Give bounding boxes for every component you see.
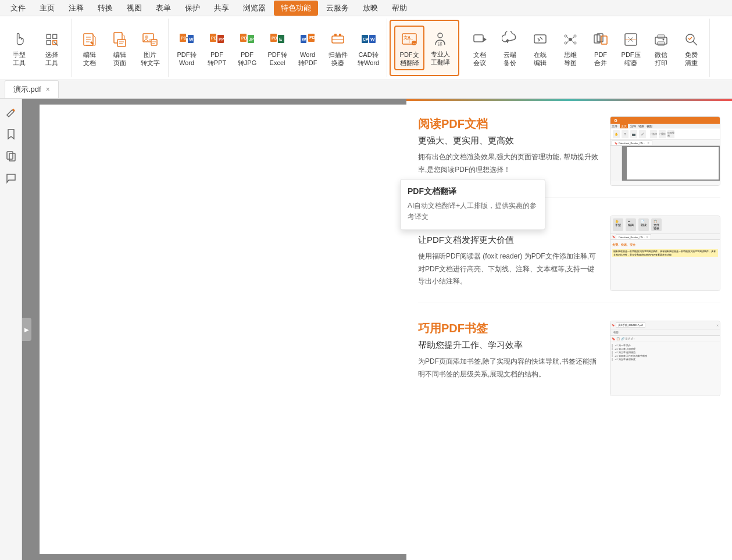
pdf-translate-button[interactable]: 文A ↔ PDF文档翻译 xyxy=(394,26,424,70)
svg-rect-44 xyxy=(534,35,546,43)
edit-doc-label: 编辑文档 xyxy=(83,51,96,66)
pdf-to-jpg-label: PDF转JPG xyxy=(238,51,256,66)
ribbon: 手型工具 选择工具 xyxy=(0,16,732,80)
menu-feature[interactable]: 特色功能 xyxy=(274,1,318,16)
pdf-to-jpg-button[interactable]: PDF JPG PDF转JPG xyxy=(233,26,262,69)
pdf-to-word-button[interactable]: PDF W PDF转Word xyxy=(172,26,201,69)
menu-share[interactable]: 共享 xyxy=(208,1,235,16)
pdf-merge-button[interactable]: PDF合并 xyxy=(586,26,615,69)
svg-rect-32 xyxy=(339,34,341,36)
cloud-icon xyxy=(499,29,520,50)
svg-point-49 xyxy=(574,42,576,44)
left-sidebar xyxy=(0,99,22,560)
img-text-icon xyxy=(140,29,160,50)
section-read-body: 拥有出色的文档渲染效果,强大的页面管理功能, 帮助提升效率,是您阅读PDF的理想… xyxy=(418,151,598,176)
pdf-tab[interactable]: 演示.pdf × xyxy=(5,80,59,98)
svg-rect-43 xyxy=(474,35,483,42)
pages-sidebar-icon[interactable] xyxy=(2,148,20,165)
pdf-to-excel-label: PDF转Excel xyxy=(268,51,287,66)
scan-label: 扫描件换器 xyxy=(328,51,348,66)
section-annotate-image: ✋手型 ✏编辑 📄朗读 📋文件转换 🔖 Datasheet_Reader_CN.… xyxy=(610,216,720,291)
collapse-arrow[interactable]: ▶ xyxy=(22,318,31,341)
svg-point-46 xyxy=(565,35,567,37)
hand-tool-button[interactable]: 手型工具 xyxy=(3,26,35,69)
human-translate-button[interactable]: 译 专业人工翻译 xyxy=(426,26,455,69)
online-edit-button[interactable]: 在线编辑 xyxy=(526,26,555,69)
menu-present[interactable]: 放映 xyxy=(357,1,384,16)
edit-doc-icon xyxy=(79,29,100,50)
section-read-image: G 文件 主页 注释 转换 视图 ✋ T xyxy=(610,116,720,186)
mind-map-button[interactable]: 思维导图 xyxy=(556,26,585,69)
word-to-pdf-button[interactable]: W PDF Word转PDF xyxy=(293,26,322,69)
select-icon xyxy=(41,29,62,50)
wechat-print-button[interactable]: 微信打印 xyxy=(647,26,676,69)
menu-form[interactable]: 表单 xyxy=(150,1,177,16)
svg-rect-56 xyxy=(658,42,665,45)
svg-point-45 xyxy=(569,38,572,41)
menu-bar: 文件 主页 注释 转换 视图 表单 保护 共享 浏览器 特色功能 云服务 放映 … xyxy=(0,0,732,16)
pdf-compress-button[interactable]: PDF压缩器 xyxy=(616,26,645,69)
svg-point-48 xyxy=(565,42,567,44)
pdf-jpg-icon: PDF JPG xyxy=(237,29,258,50)
edit-page-label: 编辑页面 xyxy=(113,51,126,66)
hand-icon xyxy=(9,29,30,50)
pdf-to-excel-button[interactable]: PDF E PDF转Excel xyxy=(263,26,292,69)
svg-point-57 xyxy=(663,39,665,41)
online-edit-label: 在线编辑 xyxy=(534,51,547,66)
svg-point-41 xyxy=(438,33,442,38)
free-check-icon xyxy=(681,29,702,50)
pdf-to-ppt-button[interactable]: PDF PPT PDF转PPT xyxy=(202,26,231,69)
pdf-area: ▶ 阅读PDF文档 更强大、更实用、更高效 拥有出色的文档渲染效果,强大的页面管… xyxy=(22,99,732,560)
section-read-title: 阅读PDF文档 xyxy=(418,116,598,132)
pdf-merge-icon xyxy=(590,29,611,50)
edit-page-icon xyxy=(109,29,130,50)
menu-protect[interactable]: 保护 xyxy=(179,1,206,16)
menu-cloud[interactable]: 云服务 xyxy=(320,1,355,16)
pdf-translate-icon: 文A ↔ xyxy=(399,29,420,50)
pdf-merge-label: PDF合并 xyxy=(594,51,607,66)
pdf-translate-label: PDF文档翻译 xyxy=(400,51,419,66)
img-to-text-button[interactable]: 图片转文字 xyxy=(135,26,165,69)
svg-rect-52 xyxy=(601,36,607,44)
ribbon-group-tools: 文档会议 云端备份 在 xyxy=(462,19,710,77)
edit-page-button[interactable]: 编辑页面 xyxy=(105,26,134,69)
cloud-backup-label: 云端备份 xyxy=(504,51,516,66)
menu-home[interactable]: 主页 xyxy=(34,1,60,16)
cad-icon: CAD W xyxy=(358,29,379,50)
meeting-icon xyxy=(469,29,490,50)
pdf-excel-icon: PDF E xyxy=(267,29,288,50)
section-annotate-body: 使用福昕PDF阅读器 (foxit reader) 为PDF文件添加注释,可对P… xyxy=(418,250,598,288)
svg-point-47 xyxy=(574,35,576,37)
section-read-text: 阅读PDF文档 更强大、更实用、更高效 拥有出色的文档渲染效果,强大的页面管理功… xyxy=(418,116,598,176)
menu-file[interactable]: 文件 xyxy=(5,1,31,16)
select-tool-button[interactable]: 选择工具 xyxy=(36,26,67,69)
ribbon-group-special: 文A ↔ PDF文档翻译 译 专业人工翻译 xyxy=(390,20,459,76)
tab-strip: 演示.pdf × xyxy=(0,80,732,99)
wechat-print-label: 微信打印 xyxy=(655,51,667,66)
edit-doc-button[interactable]: 编辑文档 xyxy=(75,26,104,69)
menu-view[interactable]: 视图 xyxy=(121,1,148,16)
compress-icon xyxy=(620,29,641,50)
svg-text:W: W xyxy=(189,37,194,42)
cad-to-word-button[interactable]: CAD W CAD转转Word xyxy=(353,26,383,69)
cad-to-word-label: CAD转转Word xyxy=(358,51,379,66)
doc-meeting-button[interactable]: 文档会议 xyxy=(465,26,494,69)
bookmark-sidebar-icon[interactable] xyxy=(2,125,20,143)
svg-rect-59 xyxy=(7,152,13,159)
free-check-button[interactable]: 免费清重 xyxy=(677,26,706,69)
scan-icon xyxy=(327,29,348,50)
human-translate-icon: 译 xyxy=(430,28,451,49)
svg-rect-2 xyxy=(47,41,51,45)
menu-convert[interactable]: 转换 xyxy=(92,1,119,16)
edit-sidebar-icon[interactable] xyxy=(2,103,20,121)
word-to-pdf-label: Word转PDF xyxy=(298,51,317,66)
menu-help[interactable]: 帮助 xyxy=(386,1,413,16)
svg-rect-0 xyxy=(47,35,51,39)
tab-close-button[interactable]: × xyxy=(46,85,50,94)
menu-browser[interactable]: 浏览器 xyxy=(237,1,272,16)
cloud-backup-button[interactable]: 云端备份 xyxy=(495,26,524,69)
menu-annotate[interactable]: 注释 xyxy=(63,1,90,16)
scan-convert-button[interactable]: 扫描件换器 xyxy=(323,26,352,69)
comment-sidebar-icon[interactable] xyxy=(2,170,20,187)
svg-text:JPG: JPG xyxy=(249,37,255,41)
